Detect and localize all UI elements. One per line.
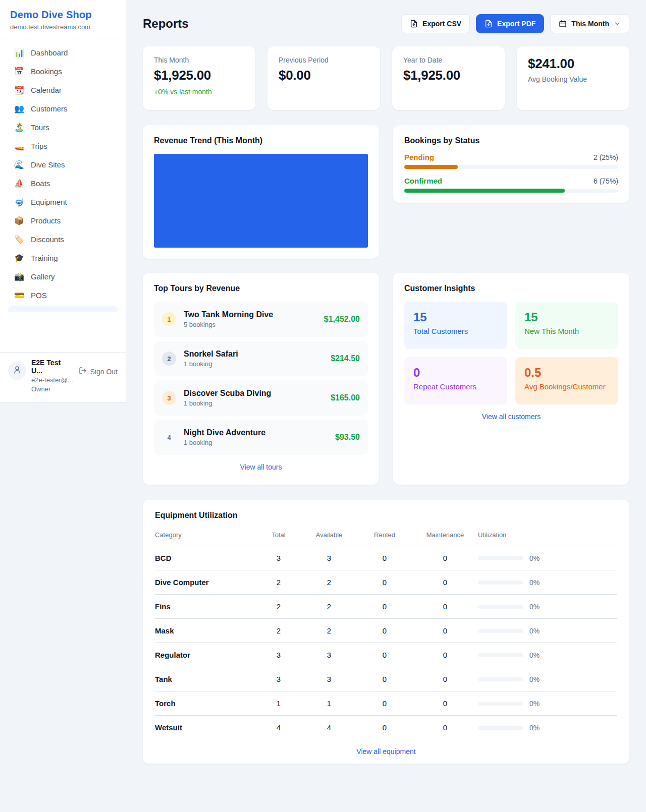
tour-rank-badge: 3 bbox=[162, 391, 176, 405]
sidebar-item-label: Dive Sites bbox=[31, 160, 65, 169]
sidebar-item-icon: 🤿 bbox=[14, 198, 24, 206]
equipment-maintenance: 0 bbox=[412, 619, 478, 643]
status-label: Confirmed bbox=[404, 177, 442, 185]
equipment-available: 3 bbox=[301, 643, 357, 667]
sidebar-item[interactable]: 📆 Calendar bbox=[8, 81, 118, 99]
sidebar-item[interactable]: 💳 POS bbox=[8, 286, 118, 305]
utilization-bar-track bbox=[478, 702, 523, 706]
utilization-percent: 0% bbox=[529, 675, 540, 683]
equipment-category: Regulator bbox=[155, 643, 256, 667]
equipment-maintenance: 0 bbox=[412, 716, 478, 740]
status-bar-track bbox=[404, 165, 618, 169]
equipment-category: Tank bbox=[155, 667, 256, 691]
file-download-icon bbox=[484, 20, 493, 28]
equipment-available: 2 bbox=[301, 595, 357, 619]
tour-row[interactable]: 4 Night Dive Adventure 1 booking $93.50 bbox=[154, 420, 368, 455]
customer-insights-title: Customer Insights bbox=[404, 284, 618, 293]
status-value: 2 (25%) bbox=[594, 153, 618, 161]
tour-revenue: $165.00 bbox=[331, 393, 360, 402]
utilization-cell: 0% bbox=[478, 578, 617, 587]
equipment-utilization-card: Equipment Utilization Category Total Ava… bbox=[143, 500, 629, 764]
stat-subtext: +0% vs last month bbox=[154, 88, 244, 96]
equipment-available: 3 bbox=[301, 546, 357, 570]
utilization-bar-track bbox=[478, 677, 523, 681]
equipment-row: Wetsuit 4 4 0 0 0% bbox=[155, 716, 617, 740]
logout-icon bbox=[79, 367, 87, 376]
sidebar-item-icon: 🏷️ bbox=[14, 236, 24, 244]
status-bar-fill bbox=[404, 165, 458, 169]
equipment-row: Mask 2 2 0 0 0% bbox=[155, 619, 617, 643]
charts-row: Revenue Trend (This Month) Bookings by S… bbox=[143, 125, 629, 259]
equipment-rented: 0 bbox=[357, 619, 412, 643]
sidebar-item[interactable]: 📊 Dashboard bbox=[8, 43, 118, 62]
sidebar-nav: 📊 Dashboard 📅 Bookings 📆 Calendar 👥 Cust… bbox=[0, 38, 126, 305]
view-all-equipment-link[interactable]: View all equipment bbox=[155, 747, 617, 756]
sidebar-item[interactable]: 🌊 Dive Sites bbox=[8, 155, 118, 174]
sidebar-item[interactable]: 📅 Bookings bbox=[8, 62, 118, 81]
stat-card: This Month $1,925.00 +0% vs last month bbox=[143, 46, 255, 110]
insight-tile: 0 Repeat Customers bbox=[404, 357, 507, 404]
view-all-customers-link[interactable]: View all customers bbox=[404, 413, 618, 421]
sidebar-item[interactable]: 🏝️ Tours bbox=[8, 118, 118, 137]
export-csv-button[interactable]: Export CSV bbox=[401, 14, 470, 33]
sidebar-item-label: Products bbox=[31, 216, 61, 225]
status-bar-fill bbox=[404, 189, 565, 193]
col-maintenance: Maintenance bbox=[412, 526, 478, 546]
equipment-category: Torch bbox=[155, 691, 256, 716]
stat-card: Year to Date $1,925.00 bbox=[392, 46, 505, 110]
sidebar-item[interactable]: 👥 Customers bbox=[8, 99, 118, 118]
stat-label: Avg Booking Value bbox=[528, 75, 618, 83]
tour-rank-badge: 1 bbox=[162, 312, 176, 326]
sidebar-item[interactable]: 🚤 Trips bbox=[8, 137, 118, 155]
sidebar-item-label: Tours bbox=[31, 123, 49, 132]
tour-row[interactable]: 2 Snorkel Safari 1 booking $214.50 bbox=[154, 341, 368, 376]
equipment-available: 4 bbox=[301, 716, 357, 740]
equipment-row: Tank 3 3 0 0 0% bbox=[155, 667, 617, 691]
view-all-tours-link[interactable]: View all tours bbox=[154, 463, 368, 471]
sidebar-item-icon: 🚤 bbox=[14, 142, 24, 150]
sign-out-button[interactable]: Sign Out bbox=[79, 367, 118, 376]
tour-revenue: $1,452.00 bbox=[324, 315, 360, 324]
equipment-row: Dive Computer 2 2 0 0 0% bbox=[155, 570, 617, 595]
sidebar-item[interactable]: 📦 Products bbox=[8, 211, 118, 230]
status-label: Pending bbox=[404, 153, 434, 161]
tour-bookings: 1 booking bbox=[184, 439, 265, 446]
sidebar-item-icon: 👥 bbox=[14, 105, 24, 113]
insight-grid: 15 Total Customers 15 New This Month 0 R… bbox=[404, 302, 618, 404]
sidebar-item-icon: 📸 bbox=[14, 273, 24, 281]
sidebar-item[interactable]: 🤿 Equipment bbox=[8, 193, 118, 211]
export-pdf-button[interactable]: Export PDF bbox=[476, 14, 544, 33]
sidebar-item-reports-active[interactable] bbox=[8, 306, 118, 312]
insight-tile: 15 Total Customers bbox=[404, 302, 507, 349]
utilization-percent: 0% bbox=[529, 554, 540, 562]
tour-info: Snorkel Safari 1 booking bbox=[184, 350, 238, 368]
tour-row[interactable]: 1 Two Tank Morning Dive 5 bookings $1,45… bbox=[154, 302, 368, 337]
equipment-category: Wetsuit bbox=[155, 716, 256, 740]
stat-card: Previous Period $0.00 bbox=[267, 46, 380, 110]
file-download-icon bbox=[410, 20, 418, 28]
export-pdf-label: Export PDF bbox=[497, 20, 535, 28]
sidebar-item[interactable]: 🎓 Training bbox=[8, 249, 118, 267]
tour-row[interactable]: 3 Discover Scuba Diving 1 booking $165.0… bbox=[154, 380, 368, 416]
equipment-utilization-title: Equipment Utilization bbox=[155, 511, 617, 520]
col-utilization: Utilization bbox=[478, 526, 617, 546]
person-icon bbox=[13, 365, 22, 376]
header-actions: Export CSV Export PDF This Month bbox=[401, 14, 629, 33]
period-dropdown[interactable]: This Month bbox=[550, 14, 629, 33]
equipment-maintenance: 0 bbox=[412, 546, 478, 570]
stat-label: Previous Period bbox=[279, 56, 369, 64]
utilization-cell: 0% bbox=[478, 651, 617, 659]
utilization-cell: 0% bbox=[478, 700, 617, 708]
bookings-by-status-card: Bookings by Status Pending 2 (25%) bbox=[393, 125, 629, 203]
col-total: Total bbox=[256, 526, 301, 546]
sidebar-item[interactable]: 📸 Gallery bbox=[8, 267, 118, 286]
utilization-bar-track bbox=[478, 556, 523, 560]
sidebar-item[interactable]: ⛵ Boats bbox=[8, 174, 118, 193]
calendar-icon bbox=[559, 20, 567, 28]
insight-value: 15 bbox=[413, 310, 498, 324]
utilization-bar-track bbox=[478, 726, 523, 730]
sidebar-item[interactable]: 🏷️ Discounts bbox=[8, 230, 118, 249]
tour-bookings: 5 bookings bbox=[184, 321, 273, 328]
stat-value: $1,925.00 bbox=[154, 68, 244, 83]
bookings-by-status-title: Bookings by Status bbox=[404, 136, 618, 145]
